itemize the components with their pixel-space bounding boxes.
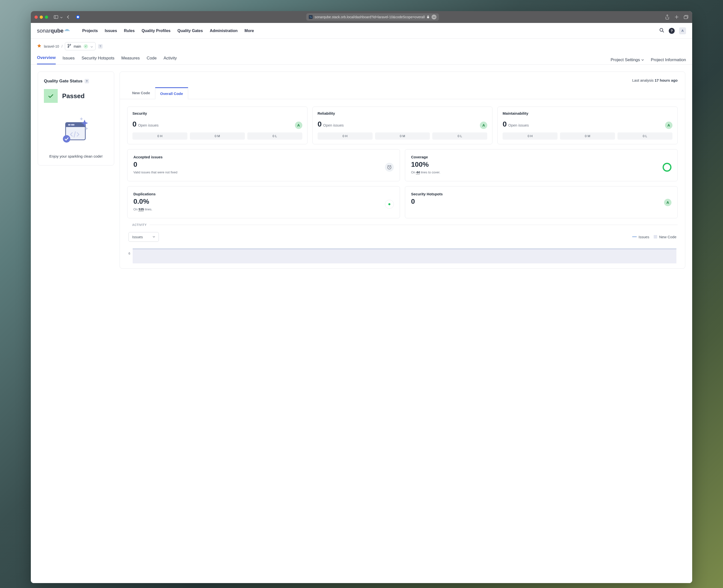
duplications-card[interactable]: Duplications 0.0% On 535 lines. bbox=[127, 186, 400, 218]
tab-measures[interactable]: Measures bbox=[121, 56, 140, 64]
nav-more[interactable]: More bbox=[244, 28, 254, 33]
reliability-card[interactable]: Reliability 0 Open issues A 0 H 0 M 0 L bbox=[313, 107, 493, 144]
reliability-medium[interactable]: 0 M bbox=[375, 132, 430, 140]
quality-gate-card: Quality Gate Status ? Passed bbox=[38, 71, 114, 166]
svg-point-8 bbox=[660, 28, 663, 31]
quality-gate-help-icon[interactable]: ? bbox=[85, 79, 89, 83]
sidebar-toggle-icon[interactable] bbox=[54, 15, 59, 20]
branch-status-check-icon: ✓ bbox=[84, 44, 88, 48]
security-card[interactable]: Security 0 Open issues A 0 H 0 M 0 L bbox=[127, 107, 307, 144]
reliability-grade-badge: A bbox=[480, 122, 487, 129]
nav-rules[interactable]: Rules bbox=[124, 28, 135, 33]
tabs-overview-icon[interactable] bbox=[683, 15, 688, 20]
url-bar[interactable]: sonarqube.stack.orb.local/dashboard?id=l… bbox=[306, 13, 439, 21]
nav-administration[interactable]: Administration bbox=[210, 28, 238, 33]
url-text: sonarqube.stack.orb.local/dashboard?id=l… bbox=[315, 15, 425, 19]
app-header: sonarqube Projects Issues Rules Quality … bbox=[31, 23, 692, 39]
svg-line-9 bbox=[663, 31, 664, 32]
favorite-star-icon[interactable] bbox=[37, 44, 41, 49]
back-chevron-icon[interactable] bbox=[66, 15, 70, 20]
security-grade-badge: A bbox=[295, 122, 302, 129]
tab-activity[interactable]: Activity bbox=[164, 56, 177, 64]
project-information-link[interactable]: Project Information bbox=[651, 58, 686, 62]
toolbar-dropdown-icon[interactable] bbox=[60, 15, 63, 19]
project-name[interactable]: laravel-10 bbox=[44, 44, 59, 48]
duplication-indicator-icon bbox=[385, 200, 394, 209]
overview-card: Last analysis 17 hours ago New Code Over… bbox=[120, 71, 685, 269]
reliability-high[interactable]: 0 H bbox=[318, 132, 373, 140]
nav-quality-gates[interactable]: Quality Gates bbox=[177, 28, 203, 33]
svg-point-3 bbox=[77, 16, 79, 18]
security-hotspots-card[interactable]: Security Hotspots 0 A bbox=[405, 186, 678, 218]
tab-overview[interactable]: Overview bbox=[37, 55, 56, 64]
close-window-button[interactable] bbox=[35, 16, 38, 19]
branch-icon bbox=[68, 44, 71, 48]
maintainability-card[interactable]: Maintainability 0 Open issues A 0 H 0 M … bbox=[497, 107, 678, 144]
nav-projects[interactable]: Projects bbox=[82, 28, 98, 33]
reliability-low[interactable]: 0 L bbox=[432, 132, 487, 140]
coverage-donut-icon bbox=[663, 163, 672, 172]
activity-chart: 6 bbox=[127, 247, 678, 268]
chart-y-tick: 6 bbox=[128, 247, 130, 255]
minimize-window-button[interactable] bbox=[40, 16, 43, 19]
clean-code-illustration bbox=[44, 113, 108, 147]
nav-issues[interactable]: Issues bbox=[105, 28, 117, 33]
help-icon[interactable]: ? bbox=[669, 28, 675, 34]
extension-icon[interactable] bbox=[76, 15, 80, 20]
svg-point-17 bbox=[63, 135, 70, 143]
quality-gate-status: Passed bbox=[62, 92, 85, 100]
logo-waves-icon bbox=[64, 27, 70, 32]
favicon-icon bbox=[309, 15, 313, 19]
maintainability-medium[interactable]: 0 M bbox=[560, 132, 615, 140]
coverage-card[interactable]: Coverage 100% On 44 lines to cover. bbox=[405, 149, 678, 181]
branch-name: main bbox=[73, 44, 81, 48]
last-analysis-info: Last analysis 17 hours ago bbox=[127, 78, 678, 82]
search-icon[interactable] bbox=[659, 28, 664, 34]
quality-gate-check-icon bbox=[44, 89, 58, 103]
browser-toolbar: sonarqube.stack.orb.local/dashboard?id=l… bbox=[31, 11, 692, 23]
activity-metric-select[interactable]: Issues bbox=[128, 232, 159, 242]
breadcrumb-separator: / bbox=[61, 44, 62, 48]
sonarqube-logo[interactable]: sonarqube bbox=[37, 28, 70, 34]
activity-divider bbox=[150, 225, 678, 225]
user-avatar[interactable]: A bbox=[679, 27, 686, 34]
tab-security-hotspots[interactable]: Security Hotspots bbox=[82, 56, 114, 64]
legend-issues-label: Issues bbox=[639, 235, 649, 239]
legend-box-icon bbox=[654, 235, 657, 238]
maintainability-low[interactable]: 0 L bbox=[617, 132, 673, 140]
tab-issues[interactable]: Issues bbox=[63, 56, 75, 64]
accepted-issues-card[interactable]: Accepted issues 0 Valid issues that were… bbox=[127, 149, 400, 181]
new-tab-icon[interactable] bbox=[674, 15, 679, 20]
svg-point-10 bbox=[68, 44, 69, 45]
svg-rect-0 bbox=[54, 16, 58, 19]
branch-selector[interactable]: main ✓ bbox=[65, 42, 95, 50]
svg-rect-15 bbox=[68, 124, 70, 126]
overall-code-tab[interactable]: Overall Code bbox=[155, 87, 188, 99]
quality-gate-title: Quality Gate Status bbox=[44, 79, 83, 84]
branch-help-icon[interactable]: ? bbox=[98, 44, 103, 48]
maximize-window-button[interactable] bbox=[45, 16, 48, 19]
maintainability-grade-badge: A bbox=[665, 122, 673, 129]
site-settings-icon[interactable]: ••• bbox=[431, 15, 437, 20]
maintainability-high[interactable]: 0 H bbox=[503, 132, 557, 140]
lock-icon bbox=[427, 15, 429, 19]
security-medium[interactable]: 0 M bbox=[190, 132, 245, 140]
clean-code-message: Enjoy your sparkling clean code! bbox=[44, 154, 108, 158]
legend-new-code-label: New Code bbox=[659, 235, 676, 239]
hotspots-grade-badge: A bbox=[664, 199, 672, 206]
svg-rect-16 bbox=[71, 124, 75, 126]
clock-icon bbox=[385, 163, 394, 172]
security-high[interactable]: 0 H bbox=[132, 132, 187, 140]
tab-code[interactable]: Code bbox=[147, 56, 157, 64]
chevron-down-icon bbox=[90, 44, 93, 48]
svg-point-11 bbox=[70, 44, 71, 45]
legend-line-icon bbox=[632, 236, 637, 237]
nav-quality-profiles[interactable]: Quality Profiles bbox=[142, 28, 170, 33]
activity-section-label: ACTIVITY bbox=[132, 223, 147, 227]
share-icon[interactable] bbox=[665, 15, 670, 20]
svg-rect-7 bbox=[684, 16, 687, 19]
security-low[interactable]: 0 L bbox=[247, 132, 302, 140]
svg-rect-4 bbox=[427, 17, 429, 18]
project-settings-dropdown[interactable]: Project Settings bbox=[611, 58, 644, 62]
new-code-tab[interactable]: New Code bbox=[127, 87, 155, 99]
